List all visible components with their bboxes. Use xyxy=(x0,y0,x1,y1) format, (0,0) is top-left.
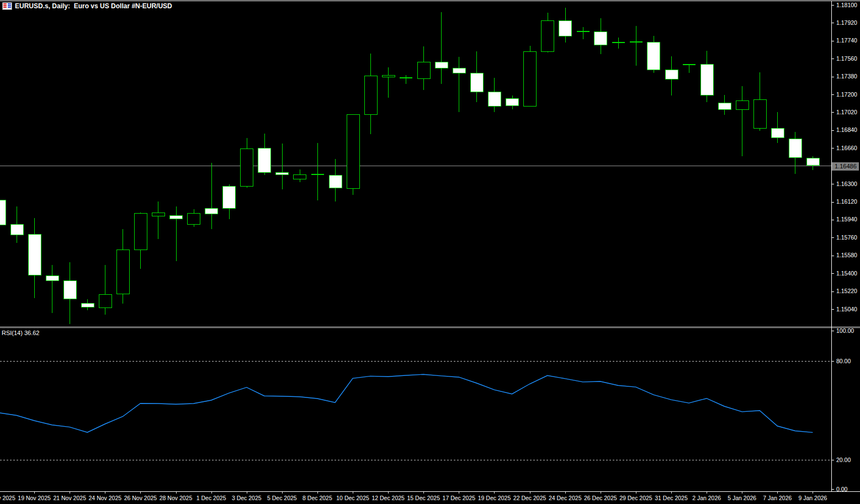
candle-body xyxy=(577,31,590,33)
price-tick-label: 1.15760 xyxy=(836,234,857,241)
date-tick-label: 3 Dec 2025 xyxy=(232,495,262,501)
candle-body xyxy=(205,209,218,214)
candle-body xyxy=(594,32,607,45)
candle-body xyxy=(630,41,643,43)
chart-canvas[interactable]: 1.181001.179201.177401.175601.173801.172… xyxy=(0,0,860,504)
date-tick-label: 7 Jan 2026 xyxy=(763,495,792,501)
date-tick-label: 8 Dec 2025 xyxy=(302,495,332,501)
rsi-tick-label: 20.00 xyxy=(836,457,851,463)
rsi-line xyxy=(0,374,813,432)
candle-body xyxy=(116,250,129,294)
candle-body xyxy=(683,64,696,66)
candle-body xyxy=(223,187,236,209)
candle-body xyxy=(806,158,819,166)
candle-body xyxy=(99,295,112,308)
date-tick-label: 19 Dec 2025 xyxy=(478,495,511,501)
date-tick-label: 22 Dec 2025 xyxy=(513,495,546,501)
date-tick-label: 24 Dec 2025 xyxy=(549,495,582,501)
candle-body xyxy=(470,73,483,92)
candle-body xyxy=(453,68,465,73)
candle-body xyxy=(63,281,76,299)
candle-body xyxy=(700,65,713,96)
date-tick-label: 19 Nov 2025 xyxy=(18,495,51,501)
date-tick-label: 17 Nov 2025 xyxy=(0,495,15,501)
price-tick-label: 1.17380 xyxy=(836,73,857,79)
candle-body xyxy=(258,148,271,173)
price-tick-label: 1.15040 xyxy=(836,306,857,312)
candle-body xyxy=(789,139,801,158)
candle-body xyxy=(382,76,395,77)
price-tick-label: 1.15580 xyxy=(836,252,857,258)
candle-body xyxy=(0,200,6,225)
date-tick-label: 29 Dec 2025 xyxy=(619,495,652,501)
candle-body xyxy=(329,176,342,188)
date-tick-label: 9 Jan 2026 xyxy=(798,495,827,501)
candle-body xyxy=(170,216,183,219)
candle-body xyxy=(753,100,766,129)
candle-body xyxy=(665,70,678,79)
date-tick-label: 1 Dec 2025 xyxy=(197,495,226,501)
date-tick-label: 17 Dec 2025 xyxy=(443,495,476,501)
date-tick-label: 31 Dec 2025 xyxy=(655,495,688,501)
chart-title: EURUSD.s, Daily: Euro vs US Dollar #N-EU… xyxy=(15,2,172,10)
candle-body xyxy=(364,76,377,115)
candle-body xyxy=(488,92,501,107)
candle-body xyxy=(771,129,784,138)
candle-body xyxy=(10,225,23,235)
rsi-tick-label: 80.00 xyxy=(836,358,851,364)
candle-body xyxy=(542,21,554,52)
candle-body xyxy=(417,62,430,79)
date-tick-label: 28 Nov 2025 xyxy=(160,495,193,501)
price-tick-label: 1.18100 xyxy=(836,2,857,8)
rsi-indicator-label: RSI(14) 36.62 xyxy=(2,330,39,336)
candle-body xyxy=(612,42,625,44)
candle-body xyxy=(311,174,324,176)
candle-body xyxy=(718,103,731,110)
date-tick-label: 15 Dec 2025 xyxy=(407,495,440,501)
date-tick-label: 26 Dec 2025 xyxy=(584,495,617,501)
rsi-tick-label: 0.00 xyxy=(836,486,848,492)
candle-body xyxy=(524,52,537,107)
candle-body xyxy=(435,62,448,68)
chart-window-icon xyxy=(2,2,12,10)
price-tick-label: 1.16300 xyxy=(836,181,857,187)
price-tick-label: 1.17200 xyxy=(836,91,857,98)
candle-body xyxy=(559,21,572,36)
candle-body xyxy=(506,99,519,106)
date-tick-label: 2 Jan 2026 xyxy=(692,495,721,501)
candle-body xyxy=(241,149,253,187)
candle-body xyxy=(647,43,660,70)
date-tick-label: 10 Dec 2025 xyxy=(336,495,369,501)
date-tick-label: 5 Dec 2025 xyxy=(267,495,297,501)
date-tick-label: 5 Jan 2026 xyxy=(728,495,756,501)
chart-window: 1.181001.179201.177401.175601.173801.172… xyxy=(0,0,860,504)
price-tick-label: 1.15940 xyxy=(836,216,857,222)
candle-body xyxy=(736,101,748,110)
price-tick-label: 1.16840 xyxy=(836,126,857,133)
price-tick-label: 1.16660 xyxy=(836,145,857,151)
price-tick-label: 1.15400 xyxy=(836,270,857,277)
price-tick-label: 1.17920 xyxy=(836,19,857,26)
price-tick-label: 1.17740 xyxy=(836,37,857,44)
candle-body xyxy=(134,214,147,250)
candle-body xyxy=(152,213,164,216)
candle-body xyxy=(400,77,412,79)
price-tick-label: 1.16120 xyxy=(836,198,857,205)
candle-body xyxy=(276,173,289,175)
date-tick-label: 24 Nov 2025 xyxy=(89,495,122,501)
candle-body xyxy=(28,235,41,275)
panel-divider[interactable] xyxy=(0,326,860,328)
date-tick-label: 12 Dec 2025 xyxy=(371,495,405,501)
date-tick-label: 26 Nov 2025 xyxy=(124,495,157,501)
chart-title-bar: EURUSD.s, Daily: Euro vs US Dollar #N-EU… xyxy=(2,2,172,10)
price-tick-label: 1.15220 xyxy=(836,288,857,294)
price-tick-label: 1.17020 xyxy=(836,109,857,115)
candle-body xyxy=(46,276,59,281)
candle-body xyxy=(294,175,306,179)
candle-body xyxy=(347,115,359,189)
price-tick-label: 1.17560 xyxy=(836,55,857,62)
candle-body xyxy=(81,304,94,307)
candle-body xyxy=(188,214,200,225)
date-tick-label: 21 Nov 2025 xyxy=(53,495,86,501)
current-price-label: 1.16486 xyxy=(832,162,859,171)
